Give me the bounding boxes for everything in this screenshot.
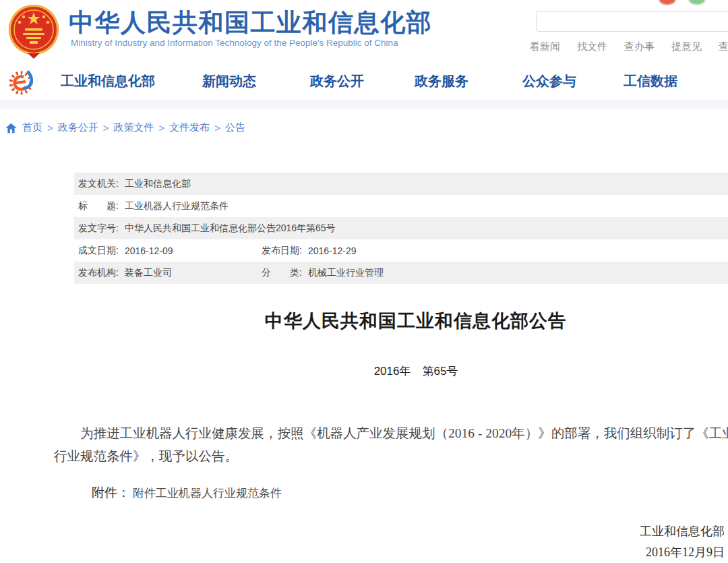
meta-value: 2016-12-09	[125, 245, 173, 256]
quick-link-news[interactable]: 看新闻	[530, 40, 560, 53]
meta-row-doc-number: 发文字号: 中华人民共和国工业和信息化部公告2016年第65号	[74, 217, 728, 239]
meta-value: 工业机器人行业规范条件	[125, 200, 229, 212]
meta-row-publisher-category: 发布机构: 装备工业司 分 类: 机械工业行业管理	[74, 262, 728, 284]
document-paragraph: 为推进工业机器人行业健康发展，按照《机器人产业发展规划（2016 - 2020年…	[54, 422, 728, 468]
nav-item-news[interactable]: 新闻动态	[202, 72, 256, 90]
site-subtitle: Ministry of Industry and Information Tec…	[71, 38, 398, 48]
search-input[interactable]	[536, 11, 728, 32]
meta-label: 发布日期:	[262, 245, 302, 257]
nav-item-participation[interactable]: 公众参与	[522, 72, 576, 90]
meta-label: 成文日期:	[78, 245, 119, 257]
signature-authority: 工业和信息化部	[640, 521, 725, 542]
meta-value: 装备工业司	[125, 267, 172, 279]
meta-label: 发文字号:	[78, 223, 119, 235]
header-quick-links: 看新闻 找文件 查办事 提意见 查数据	[530, 40, 728, 53]
meta-value: 2016-12-29	[308, 245, 357, 256]
breadcrumb: 首页 > 政务公开 > 政策文件 > 文件发布 > 公告	[5, 121, 245, 134]
meta-label: 标 题:	[78, 200, 119, 212]
document-signature-block: 工业和信息化部 2016年12月9日	[640, 521, 725, 563]
top-red-indicator-icon	[659, 0, 675, 5]
quick-link-data[interactable]: 查数据	[719, 40, 728, 53]
breadcrumb-gov-open[interactable]: 政务公开	[58, 121, 98, 134]
breadcrumb-separator: >	[103, 122, 109, 134]
breadcrumb-separator: >	[159, 122, 165, 134]
meta-value: 机械工业行业管理	[308, 267, 384, 279]
nav-item-miit-data[interactable]: 工信数据	[624, 72, 677, 90]
attachment-line: 附件： 附件工业机器人行业规范条件	[92, 484, 282, 502]
meta-row-dates: 成文日期: 2016-12-09 发布日期: 2016-12-29	[74, 239, 728, 262]
meta-label: 分 类:	[262, 267, 302, 279]
attachment-label: 附件：	[92, 485, 130, 500]
breadcrumb-announcement[interactable]: 公告	[225, 121, 245, 134]
miit-gear-logo-icon[interactable]	[7, 66, 37, 97]
document-title: 中华人民共和国工业和信息化部公告	[54, 309, 728, 333]
quick-link-services[interactable]: 查办事	[624, 40, 655, 53]
meta-label: 发文机关:	[78, 178, 119, 190]
document-issue-number: 2016年 第65号	[54, 363, 728, 379]
breadcrumb-separator: >	[214, 122, 220, 134]
meta-value: 中华人民共和国工业和信息化部公告2016年第65号	[125, 223, 336, 235]
home-icon[interactable]	[5, 123, 17, 134]
nav-item-gov-open[interactable]: 政务公开	[310, 72, 364, 90]
nav-item-gov-service[interactable]: 政务服务	[415, 72, 468, 90]
attachment-link[interactable]: 附件工业机器人行业规范条件	[133, 487, 282, 500]
national-emblem-icon[interactable]	[5, 2, 62, 60]
breadcrumb-policy-docs[interactable]: 政策文件	[114, 121, 154, 134]
top-green-indicator-icon	[689, 0, 705, 5]
meta-row-issuing-authority: 发文机关: 工业和信息化部	[74, 173, 728, 195]
site-title: 中华人民共和国工业和信息化部	[69, 6, 432, 40]
breadcrumb-home[interactable]: 首页	[22, 121, 42, 134]
quick-link-documents[interactable]: 找文件	[577, 40, 607, 53]
page: 中华人民共和国工业和信息化部 Ministry of Industry and …	[0, 0, 728, 563]
section-divider	[0, 100, 728, 109]
quick-link-feedback[interactable]: 提意见	[671, 40, 702, 53]
meta-value: 工业和信息化部	[125, 178, 191, 190]
document-meta-table: 发文机关: 工业和信息化部 标 题: 工业机器人行业规范条件 发文字号: 中华人…	[74, 173, 728, 284]
signature-date: 2016年12月9日	[640, 542, 725, 563]
meta-label: 发布机构:	[78, 267, 119, 279]
nav-item-miit[interactable]: 工业和信息化部	[61, 72, 155, 90]
breadcrumb-doc-release[interactable]: 文件发布	[169, 121, 210, 134]
meta-row-title: 标 题: 工业机器人行业规范条件	[74, 195, 728, 217]
breadcrumb-separator: >	[47, 122, 53, 134]
